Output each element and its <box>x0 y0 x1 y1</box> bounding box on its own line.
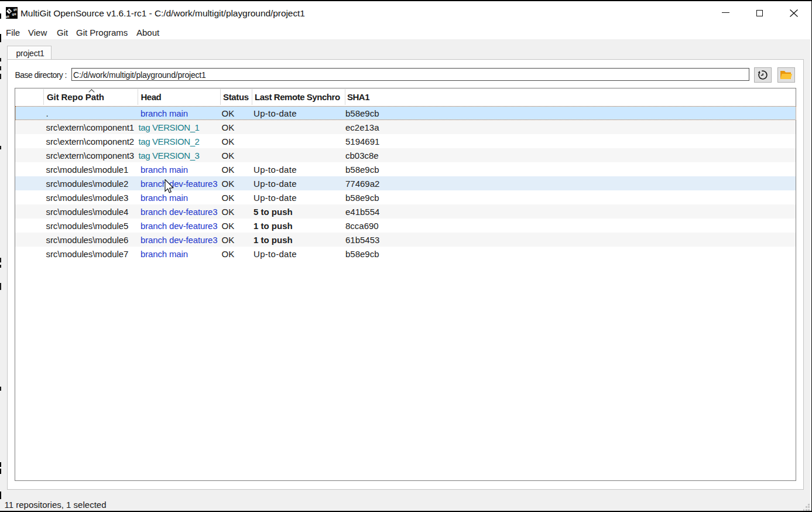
svg-text:git: git <box>13 8 17 11</box>
svg-text:git: git <box>12 12 16 16</box>
svg-text:git: git <box>6 15 9 18</box>
